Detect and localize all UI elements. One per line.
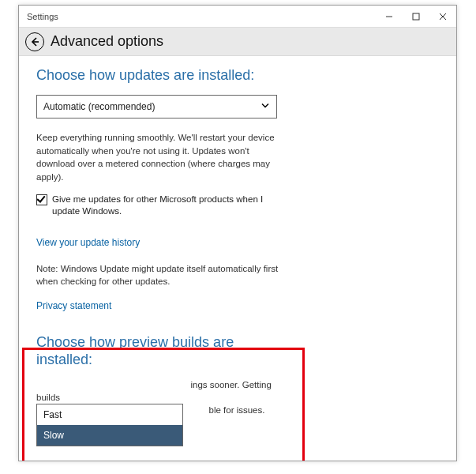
content-area: Choose how updates are installed: Automa… (19, 56, 456, 461)
titlebar: Settings (19, 6, 456, 28)
preview-option-slow[interactable]: Slow (37, 425, 182, 446)
page-header: Advanced options (19, 28, 456, 56)
settings-window: Settings Advanced optio (18, 5, 457, 461)
install-mode-dropdown[interactable]: Automatic (recommended) (36, 95, 277, 118)
maximize-button[interactable] (403, 6, 429, 28)
svg-rect-1 (413, 13, 419, 20)
preview-ring-dropdown[interactable]: Fast Slow (36, 404, 183, 446)
update-history-link[interactable]: View your update history (36, 237, 140, 248)
window-title: Settings (27, 12, 58, 21)
ms-products-label: Give me updates for other Microsoft prod… (52, 194, 289, 218)
ms-products-checkbox[interactable] (36, 194, 47, 205)
updates-description: Keep everything running smoothly. We'll … (36, 131, 281, 184)
close-button[interactable] (429, 6, 456, 28)
arrow-left-icon (29, 36, 40, 47)
updates-heading: Choose how updates are installed: (36, 67, 439, 84)
update-note: Note: Windows Update might update itself… (36, 262, 281, 288)
install-mode-value: Automatic (recommended) (43, 101, 155, 112)
window-controls (376, 6, 456, 28)
back-button[interactable] (25, 32, 44, 51)
preview-heading: Choose how preview builds are installed: (36, 333, 273, 369)
privacy-link[interactable]: Privacy statement (36, 300, 111, 311)
minimize-button[interactable] (376, 6, 403, 28)
page-title: Advanced options (51, 33, 163, 50)
preview-option-fast[interactable]: Fast (37, 404, 182, 425)
ms-products-checkbox-row[interactable]: Give me updates for other Microsoft prod… (36, 194, 289, 218)
chevron-down-icon (260, 101, 270, 113)
